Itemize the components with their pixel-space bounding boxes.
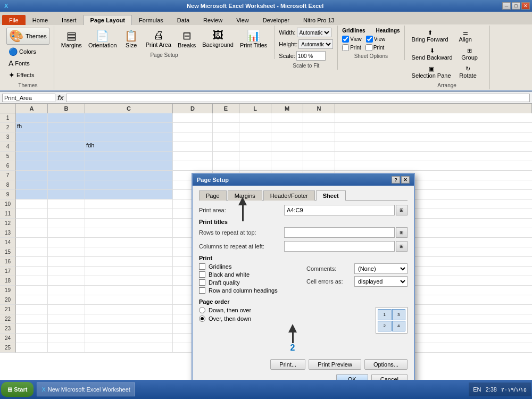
cell-N3[interactable] <box>303 132 335 142</box>
cell-B7[interactable] <box>48 171 85 180</box>
cell-B16[interactable] <box>48 257 85 267</box>
dialog-tab-sheet[interactable]: Sheet <box>316 190 346 201</box>
cell-C12[interactable] <box>85 219 173 228</box>
cell-C9[interactable] <box>85 190 173 200</box>
cell-B14[interactable] <box>48 238 85 247</box>
cell-errors-select[interactable]: displayed <box>354 276 408 287</box>
dialog-close-button[interactable]: ✕ <box>401 176 410 184</box>
cell-A21[interactable] <box>16 305 48 314</box>
cell-M4[interactable] <box>271 142 303 152</box>
cell-B15[interactable] <box>48 247 85 257</box>
height-select[interactable]: Automatic <box>298 39 333 49</box>
gridlines-checkbox[interactable] <box>199 263 205 270</box>
tab-home[interactable]: Home <box>26 15 55 25</box>
cell-L5[interactable] <box>239 152 271 161</box>
background-button[interactable]: 🖼 Background <box>200 28 236 49</box>
over-then-down-radio[interactable] <box>199 315 205 322</box>
cell-C3[interactable] <box>85 132 173 142</box>
selection-pane-button[interactable]: ▣ Selection Pane <box>409 64 454 80</box>
scale-input[interactable] <box>296 51 326 61</box>
cell-B11[interactable] <box>48 209 85 219</box>
cell-A6[interactable] <box>16 161 48 171</box>
headings-view-cb[interactable] <box>366 36 373 43</box>
print-area-collapse-btn[interactable]: ⊞ <box>396 205 408 215</box>
dialog-tab-page[interactable]: Page <box>199 190 227 201</box>
cell-C16[interactable] <box>85 257 173 267</box>
comments-select[interactable]: (None) <box>354 263 408 274</box>
cell-A5[interactable] <box>16 152 48 161</box>
cell-A1[interactable] <box>16 113 48 123</box>
cell-C21[interactable] <box>85 305 173 314</box>
print-titles-button[interactable]: 📊 Print Titles <box>237 28 270 50</box>
cell-B18[interactable] <box>48 276 85 286</box>
cell-C7[interactable] <box>85 171 173 180</box>
cell-M5[interactable] <box>271 152 303 161</box>
cell-A7[interactable] <box>16 171 48 180</box>
cell-L2[interactable] <box>239 123 271 132</box>
print-area-input[interactable] <box>284 205 395 215</box>
cell-B1[interactable] <box>48 113 85 123</box>
cell-A16[interactable] <box>16 257 48 267</box>
send-backward-button[interactable]: ⬇ Send Backward <box>409 46 455 62</box>
cell-A3[interactable] <box>16 132 48 142</box>
cell-B2[interactable] <box>48 123 85 132</box>
cell-C13[interactable] <box>85 228 173 238</box>
bring-forward-button[interactable]: ⬆ Bring Forward <box>409 28 451 44</box>
maximize-button[interactable]: □ <box>512 2 520 10</box>
dialog-help-button[interactable]: ? <box>392 176 400 184</box>
cell-L3[interactable] <box>239 132 271 142</box>
cell-D6[interactable] <box>173 161 213 171</box>
group-button[interactable]: ⊞ Group <box>456 46 483 62</box>
tab-view[interactable]: View <box>229 15 256 25</box>
cell-D2[interactable] <box>173 123 213 132</box>
cell-C6[interactable] <box>85 161 173 171</box>
minimize-button[interactable]: ─ <box>502 2 511 10</box>
cell-A20[interactable] <box>16 295 48 305</box>
cell-A9[interactable] <box>16 190 48 200</box>
cell-B6[interactable] <box>48 161 85 171</box>
taskbar-excel-item[interactable]: X New Microsoft Excel Worksheet <box>37 383 135 396</box>
cell-C14[interactable] <box>85 238 173 247</box>
cell-B4[interactable] <box>48 142 85 152</box>
print-area-button[interactable]: 🖨 Print Area <box>143 28 174 49</box>
tab-review[interactable]: Review <box>196 15 229 25</box>
rows-repeat-input[interactable] <box>284 227 395 238</box>
cell-C11[interactable] <box>85 209 173 219</box>
print-preview-button[interactable]: Print Preview <box>309 359 361 370</box>
cell-C5[interactable] <box>85 152 173 161</box>
cell-B5[interactable] <box>48 152 85 161</box>
headings-print-cb[interactable] <box>365 44 372 51</box>
cell-C17[interactable] <box>85 267 173 276</box>
cell-L1[interactable] <box>239 113 271 123</box>
fonts-button[interactable]: A Fonts <box>6 58 49 69</box>
gridlines-print-cb[interactable] <box>342 44 349 51</box>
formula-input[interactable] <box>66 94 530 102</box>
cell-A10[interactable] <box>16 200 48 209</box>
start-button[interactable]: ⊞ Start <box>1 382 34 397</box>
cell-B25[interactable] <box>48 343 85 353</box>
down-then-over-radio[interactable] <box>199 307 205 313</box>
cell-B21[interactable] <box>48 305 85 314</box>
cell-B10[interactable] <box>48 200 85 209</box>
cell-E3[interactable] <box>213 132 239 142</box>
tab-nitro[interactable]: Nitro Pro 13 <box>296 15 342 25</box>
cell-D3[interactable] <box>173 132 213 142</box>
cell-E1[interactable] <box>213 113 239 123</box>
cell-B3[interactable] <box>48 132 85 142</box>
cell-N5[interactable] <box>303 152 335 161</box>
cell-C20[interactable] <box>85 295 173 305</box>
cell-N4[interactable] <box>303 142 335 152</box>
cell-D4[interactable] <box>173 142 213 152</box>
tab-data[interactable]: Data <box>170 15 196 25</box>
name-box[interactable] <box>2 94 55 102</box>
cell-N6[interactable] <box>303 161 335 171</box>
dialog-tab-header-footer[interactable]: Header/Footer <box>263 190 315 201</box>
cell-C24[interactable] <box>85 334 173 343</box>
tab-formulas[interactable]: Formulas <box>132 15 170 25</box>
cell-B17[interactable] <box>48 267 85 276</box>
cell-E5[interactable] <box>213 152 239 161</box>
cell-C8[interactable] <box>85 180 173 190</box>
draft-quality-checkbox[interactable] <box>199 279 205 286</box>
cell-A17[interactable] <box>16 267 48 276</box>
cell-L4[interactable] <box>239 142 271 152</box>
